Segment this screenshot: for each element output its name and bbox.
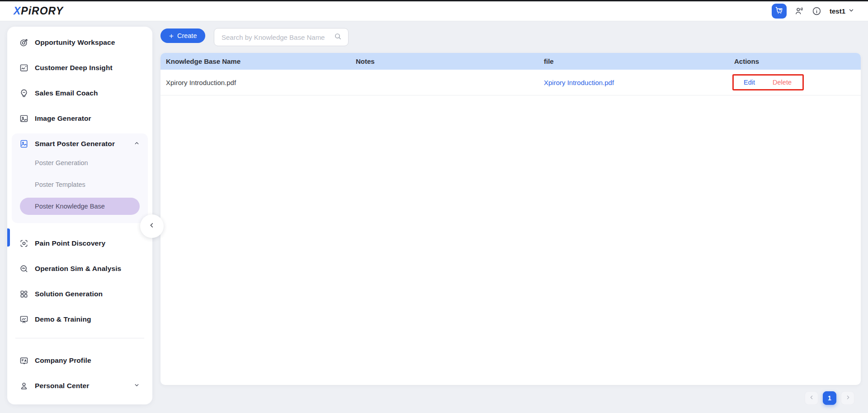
sidebar-subitem-label: Poster Knowledge Base	[35, 203, 105, 210]
create-button-label: Create	[177, 32, 197, 39]
sidebar-item-operation-sim-analysis[interactable]: Operation Sim & Analysis	[12, 258, 148, 279]
column-header-notes: Notes	[350, 57, 538, 65]
magnifier-pulse-icon	[19, 264, 28, 273]
sidebar-item-opportunity-workspace[interactable]: Opportunity Workspace	[12, 32, 148, 53]
pagination: 1	[805, 391, 854, 405]
target-icon	[19, 38, 28, 47]
sidebar-subitem-poster-templates[interactable]: Poster Templates	[20, 176, 140, 193]
sidebar-item-image-generator[interactable]: Image Generator	[12, 108, 148, 129]
sidebar-item-company-profile[interactable]: Company Profile	[12, 350, 148, 371]
scan-focus-icon	[19, 239, 28, 248]
grid-icon	[19, 290, 28, 299]
topbar-actions: test1	[772, 4, 854, 19]
top-bar: XPiRORY	[0, 1, 868, 21]
column-header-knowledge-base-name: Knowledge Base Name	[160, 57, 350, 65]
sidebar-item-demo-training[interactable]: Demo & Training	[12, 309, 148, 330]
insight-chart-icon	[19, 63, 28, 72]
sidebar-item-sales-email-coach[interactable]: Sales Email Coach	[12, 83, 148, 104]
sidebar-item-solution-generation[interactable]: Solution Generation	[12, 284, 148, 304]
actions-annotation-box: Edit Delete	[732, 74, 804, 90]
sidebar-item-label: Demo & Training	[35, 315, 91, 323]
sidebar-item-label: Operation Sim & Analysis	[35, 265, 121, 273]
users-icon[interactable]	[794, 6, 804, 16]
brand-logo-x: X	[14, 5, 21, 17]
cart-icon	[775, 6, 783, 16]
sidebar-item-label: Pain Point Discovery	[35, 239, 105, 247]
chevron-down-icon	[848, 7, 854, 15]
sidebar-item-label: Opportunity Workspace	[35, 38, 115, 47]
sidebar-item-label: Solution Generation	[35, 290, 103, 298]
edit-button[interactable]: Edit	[744, 79, 755, 86]
info-icon[interactable]	[812, 6, 822, 16]
cell-actions: Edit Delete	[729, 74, 861, 90]
chevron-left-icon	[148, 222, 156, 231]
person-icon	[19, 381, 28, 390]
sidebar-subitem-poster-generation[interactable]: Poster Generation	[20, 154, 140, 171]
sidebar-item-label: Smart Poster Generator	[35, 140, 115, 148]
pagination-prev-button[interactable]	[805, 391, 818, 405]
sidebar-subitem-label: Poster Templates	[35, 181, 85, 188]
pagination-page-1-button[interactable]: 1	[823, 391, 836, 405]
sidebar: Opportunity Workspace Customer Deep Insi…	[7, 27, 152, 404]
chevron-left-icon	[809, 394, 815, 402]
sidebar-subitem-label: Poster Generation	[35, 159, 88, 166]
pagination-next-button[interactable]	[841, 391, 854, 405]
file-link[interactable]: Xpirory Introduction.pdf	[544, 79, 614, 86]
column-header-file: file	[538, 57, 729, 65]
table-row: Xpirory Introduction.pdf Xpirory Introdu…	[160, 70, 861, 95]
active-indicator-bar	[7, 228, 10, 247]
sidebar-item-label: Company Profile	[35, 356, 91, 365]
search-icon	[334, 33, 342, 42]
search-box	[214, 28, 349, 46]
sidebar-subitem-poster-knowledge-base[interactable]: Poster Knowledge Base	[20, 198, 140, 215]
sidebar-divider	[15, 338, 144, 338]
delete-button[interactable]: Delete	[773, 79, 792, 86]
chevron-up-icon	[134, 140, 140, 148]
table-header-row: Knowledge Base Name Notes file Actions	[160, 53, 861, 70]
user-menu[interactable]: test1	[830, 7, 854, 15]
column-header-actions: Actions	[729, 57, 861, 65]
sidebar-item-label: Customer Deep Insight	[35, 64, 113, 72]
chevron-down-icon	[134, 382, 140, 390]
image-icon	[19, 114, 28, 123]
app-page: XPiRORY	[0, 0, 868, 413]
sidebar-item-pain-point-discovery[interactable]: Pain Point Discovery	[12, 233, 148, 254]
chevron-right-icon	[845, 394, 851, 402]
pagination-current-page: 1	[828, 394, 831, 402]
sidebar-item-personal-center[interactable]: Personal Center	[12, 375, 148, 396]
sidebar-item-customer-deep-insight[interactable]: Customer Deep Insight	[12, 57, 148, 78]
id-card-icon	[19, 356, 28, 365]
plus-icon: +	[169, 32, 174, 40]
username: test1	[830, 7, 845, 15]
search-input[interactable]	[222, 33, 334, 41]
sidebar-collapse-button[interactable]	[140, 214, 164, 238]
create-button[interactable]: + Create	[160, 28, 205, 43]
sidebar-item-label: Sales Email Coach	[35, 89, 98, 97]
brand-logo-rest: PiRORY	[21, 5, 63, 17]
cart-button[interactable]	[772, 4, 787, 19]
brand-logo[interactable]: XPiRORY	[14, 5, 63, 17]
sidebar-group-smart-poster-generator: Smart Poster Generator Poster Generation…	[12, 133, 148, 223]
cell-knowledge-base-name: Xpirory Introduction.pdf	[160, 79, 350, 86]
poster-icon	[19, 139, 28, 148]
presentation-icon	[19, 315, 28, 324]
sidebar-item-label: Personal Center	[35, 382, 89, 390]
sidebar-item-smart-poster-generator[interactable]: Smart Poster Generator	[12, 133, 148, 154]
knowledge-base-table: Knowledge Base Name Notes file Actions X…	[160, 53, 861, 385]
sidebar-item-label: Image Generator	[35, 114, 91, 123]
lightbulb-icon	[19, 89, 28, 98]
